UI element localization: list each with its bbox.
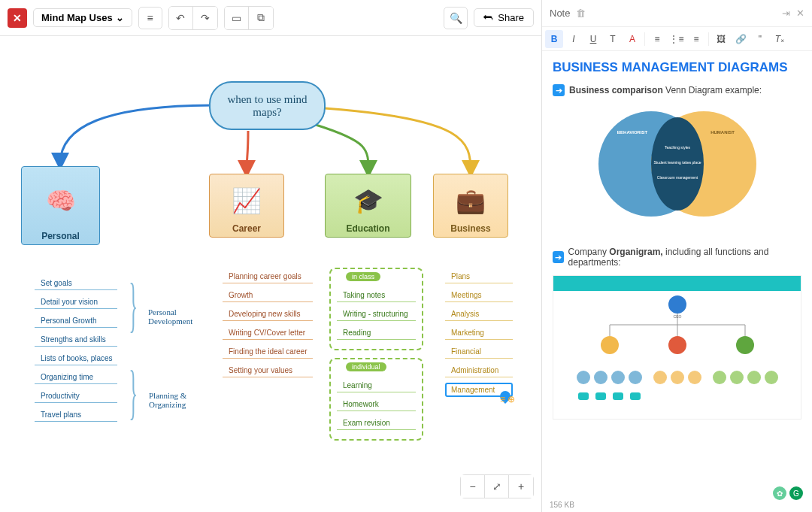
- list-item[interactable]: Writing CV/Cover letter: [223, 326, 313, 340]
- badge-icon[interactable]: G: [789, 486, 803, 500]
- svg-point-21: [629, 371, 642, 384]
- note-text: Business comparison Venn Diagram example…: [569, 85, 762, 95]
- list-item[interactable]: Learning: [337, 379, 416, 392]
- chart-arrow-icon: 📈: [232, 177, 262, 223]
- list-item[interactable]: Growth: [223, 289, 313, 302]
- svg-text:CEO: CEO: [673, 314, 681, 319]
- italic-button[interactable]: I: [565, 30, 583, 48]
- mindmap-canvas[interactable]: when to use mind maps? 🧠 Personal 📈 Care…: [0, 36, 541, 512]
- list-item[interactable]: Productivity: [35, 389, 117, 403]
- link-button[interactable]: 🔗: [732, 30, 750, 48]
- status-badges: ✿ G: [773, 486, 803, 500]
- search-button[interactable]: 🔍: [444, 7, 468, 29]
- image-button[interactable]: 🖼: [712, 30, 730, 48]
- list-item[interactable]: Organizing time: [35, 371, 117, 384]
- group-tag: in class: [346, 272, 380, 281]
- top-toolbar: ✕ Mind Map Uses ⌄ ≡ ↶ ↷ ▭ ⧉ 🔍 ⮪ Share: [0, 0, 541, 36]
- branch-personal[interactable]: 🧠 Personal: [21, 166, 100, 245]
- close-icon[interactable]: ✕: [796, 8, 804, 19]
- app-logo: ✕: [8, 8, 27, 28]
- brace-icon: }: [129, 271, 138, 339]
- list-item[interactable]: Meetings: [445, 289, 513, 302]
- document-title-dropdown[interactable]: Mind Map Uses ⌄: [33, 8, 132, 27]
- bullet-list-button[interactable]: ⋮≡: [668, 30, 686, 48]
- list-item[interactable]: Plans: [445, 270, 513, 283]
- menu-button[interactable]: ≡: [138, 7, 162, 29]
- badge-icon[interactable]: ✿: [773, 486, 786, 500]
- trash-icon[interactable]: 🗑: [576, 8, 586, 19]
- branch-education[interactable]: 🎓 Education: [325, 174, 411, 238]
- list-item[interactable]: Finding the ideal career: [223, 345, 313, 359]
- personal-items: Set goals Detail your vision Personal Gr…: [35, 277, 117, 427]
- bold-button[interactable]: B: [545, 30, 563, 48]
- root-node[interactable]: when to use mind maps?: [209, 81, 326, 130]
- annotation[interactable]: Personal Development: [148, 308, 208, 326]
- text-button[interactable]: T: [604, 30, 622, 48]
- svg-point-26: [730, 371, 744, 384]
- list-item[interactable]: Homework: [337, 398, 416, 411]
- org-chart: CEO: [553, 275, 801, 420]
- undo-button[interactable]: ↶: [169, 7, 193, 29]
- list-item[interactable]: Strengths and skills: [35, 333, 117, 347]
- svg-point-23: [671, 371, 684, 384]
- layout-button-2[interactable]: ⧉: [249, 7, 273, 29]
- list-item[interactable]: Taking notes: [337, 289, 416, 302]
- align-button[interactable]: ≡: [687, 30, 705, 48]
- svg-text:HUMANIST: HUMANIST: [710, 130, 735, 135]
- list-item[interactable]: Reading: [337, 326, 416, 340]
- panel-title: Note: [550, 8, 570, 19]
- list-item[interactable]: Lists of books, places: [35, 352, 117, 365]
- svg-rect-30: [595, 392, 606, 400]
- node-tools[interactable]: ≡ ⊕: [500, 394, 515, 404]
- annotation[interactable]: Planning & Organizing: [149, 391, 209, 409]
- numbered-list-button[interactable]: ≡: [648, 30, 666, 48]
- briefcase-icon: 💼: [456, 177, 486, 223]
- list-item[interactable]: Planning career goals: [223, 270, 313, 283]
- branch-career[interactable]: 📈 Career: [209, 174, 284, 238]
- list-item[interactable]: Exam revision: [337, 417, 416, 430]
- career-items: Planning career goals Growth Developing …: [223, 270, 313, 383]
- list-item[interactable]: Personal Growth: [35, 314, 117, 328]
- list-item[interactable]: Setting your values: [223, 364, 313, 377]
- arrow-icon: ➔: [553, 84, 565, 96]
- list-item[interactable]: Developing new skills: [223, 308, 313, 321]
- panel-header: Note 🗑 ⇥ ✕: [542, 0, 812, 27]
- list-item[interactable]: Writing - structuring: [337, 308, 416, 321]
- document-title: Mind Map Uses: [41, 12, 113, 23]
- fit-screen-button[interactable]: ⤢: [485, 475, 509, 498]
- list-item[interactable]: Set goals: [35, 277, 117, 290]
- note-panel: Note 🗑 ⇥ ✕ B I U T A ≡ ⋮≡ ≡ 🖼 🔗 " Tₓ BUS…: [541, 0, 812, 512]
- list-item[interactable]: Marketing: [445, 326, 513, 340]
- branch-personal-label: Personal: [41, 231, 80, 241]
- list-item[interactable]: Analysis: [445, 308, 513, 321]
- list-item[interactable]: Travel plans: [35, 408, 117, 422]
- clear-format-button[interactable]: Tₓ: [771, 30, 789, 48]
- layout-button-1[interactable]: ▭: [225, 7, 249, 29]
- share-button[interactable]: ⮪ Share: [474, 8, 534, 27]
- svg-rect-31: [613, 392, 623, 400]
- list-item[interactable]: Detail your vision: [35, 295, 117, 309]
- svg-point-27: [747, 371, 761, 384]
- svg-text:BEHAVIORIST: BEHAVIORIST: [617, 130, 647, 135]
- svg-text:Teaching styles: Teaching styles: [664, 145, 690, 150]
- text-color-button[interactable]: A: [623, 30, 641, 48]
- collapse-icon[interactable]: ⇥: [782, 8, 790, 19]
- svg-text:Student learning takes place: Student learning takes place: [653, 160, 701, 165]
- quote-button[interactable]: ": [751, 30, 769, 48]
- svg-rect-29: [578, 392, 589, 400]
- note-text: Company Organigram, including all functi…: [568, 247, 801, 268]
- svg-text:Classroom management: Classroom management: [656, 175, 698, 180]
- redo-button[interactable]: ↷: [193, 7, 217, 29]
- venn-diagram: BEHAVIORIST HUMANIST Teaching styles Stu…: [553, 104, 801, 224]
- zoom-out-button[interactable]: −: [461, 475, 485, 498]
- underline-button[interactable]: U: [584, 30, 602, 48]
- note-heading: BUSINESS MANAGEMENT DIAGRAMS: [553, 60, 801, 75]
- svg-point-17: [736, 336, 754, 354]
- svg-point-19: [594, 371, 607, 384]
- zoom-in-button[interactable]: +: [509, 475, 533, 498]
- branch-business[interactable]: 💼 Business: [433, 174, 508, 238]
- svg-point-16: [668, 336, 686, 354]
- list-item[interactable]: Administration: [445, 364, 513, 377]
- note-body[interactable]: BUSINESS MANAGEMENT DIAGRAMS ➔ Business …: [542, 51, 812, 498]
- list-item[interactable]: Financial: [445, 345, 513, 359]
